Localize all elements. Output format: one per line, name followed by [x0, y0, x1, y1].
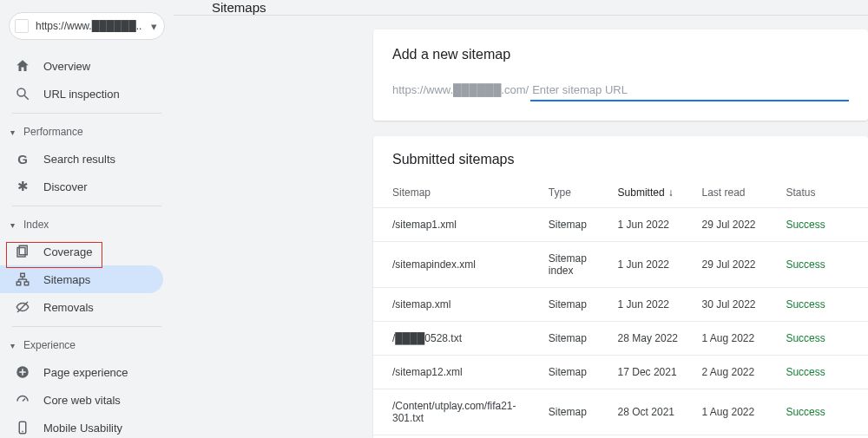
google-icon: G — [14, 152, 31, 167]
sidebar-item-mobile-usability[interactable]: Mobile Usability — [0, 414, 174, 438]
home-icon — [14, 58, 31, 74]
chevron-down-icon: ▾ — [10, 341, 15, 350]
sidebar-item-removals[interactable]: Removals — [0, 293, 174, 321]
sidebar-item-overview[interactable]: Overview — [0, 52, 174, 80]
table-row[interactable]: /████0528.txtSitemap28 May 20221 Aug 202… — [373, 322, 868, 356]
cell-sitemap: /████0528.txt — [373, 322, 542, 356]
sidebar-item-search-results[interactable]: G Search results — [0, 145, 174, 173]
cell-type: Sitemap — [542, 208, 611, 242]
sidebar-item-url-inspection[interactable]: URL inspection — [0, 80, 174, 108]
search-icon — [14, 86, 31, 101]
sidebar-item-label: Page experience — [43, 366, 128, 379]
sitemap-url-input[interactable] — [530, 82, 849, 101]
sidebar-item-core-web-vitals[interactable]: Core web vitals — [0, 386, 174, 414]
section-label: Index — [23, 219, 49, 231]
divider — [12, 206, 161, 206]
section-experience[interactable]: ▾ Experience — [0, 332, 174, 358]
site-picker-label: https://www.██████.. — [36, 20, 151, 32]
cell-status: Success — [779, 208, 868, 242]
svg-rect-14 — [19, 371, 26, 373]
table-row[interactable]: /sitemap1.xmlSitemap1 Jun 202229 Jul 202… — [373, 208, 868, 242]
add-sitemap-card: Add a new sitemap https://www.██████.com… — [373, 29, 868, 121]
main-content: Sitemaps Add a new sitemap https://www.█… — [174, 0, 868, 438]
table-row[interactable]: /sitemap12.xmlSitemap17 Dec 20212 Aug 20… — [373, 356, 868, 389]
sidebar-item-label: Removals — [43, 301, 94, 314]
cell-sitemap: /sitemap12.xml — [373, 356, 542, 389]
cell-type: Sitemap — [542, 435, 611, 439]
sidebar-item-coverage[interactable]: Coverage — [0, 238, 174, 265]
page-title: Sitemaps — [212, 0, 266, 15]
col-sitemap[interactable]: Sitemap — [373, 178, 542, 208]
cell-submitted: 23 Oct 2021 — [611, 435, 695, 439]
cell-sitemap: /sitemap1.xml — [373, 208, 542, 242]
asterisk-icon: ✱ — [14, 179, 31, 194]
table-row[interactable]: /sitemapindex.xmlSitemap index1 Jun 2022… — [373, 242, 868, 288]
cell-sitemap: /sitemap.xml — [373, 288, 542, 322]
card-title: Add a new sitemap — [392, 47, 849, 62]
sidebar-item-label: Sitemaps — [43, 273, 90, 286]
sort-down-icon: ↓ — [668, 186, 674, 199]
sidebar-item-label: Coverage — [43, 245, 92, 258]
sidebar-item-label: Core web vitals — [43, 394, 121, 407]
sitemaps-table: Sitemap Type Submitted↓ Last read Status… — [373, 178, 868, 438]
cell-submitted: 17 Dec 2021 — [611, 356, 695, 389]
col-type[interactable]: Type — [542, 178, 611, 208]
sidebar-item-discover[interactable]: ✱ Discover — [0, 173, 174, 200]
section-label: Experience — [23, 339, 76, 351]
cell-submitted: 1 Jun 2022 — [611, 288, 695, 322]
sidebar: https://www.██████.. ▾ Overview URL insp… — [0, 0, 174, 438]
table-row[interactable]: /sitemap.xmlSitemap1 Jun 202230 Jul 2022… — [373, 288, 868, 322]
cell-last-read: 1 Aug 2022 — [694, 389, 779, 435]
cell-sitemap: /sitemapindex.xml — [373, 242, 542, 288]
plus-circle-icon — [14, 364, 31, 380]
cell-status: Success — [779, 389, 868, 435]
cell-submitted: 1 Jun 2022 — [611, 208, 695, 242]
chevron-down-icon: ▾ — [151, 20, 157, 33]
cell-type: Sitemap index — [542, 242, 611, 288]
url-prefix: https://www.██████.com/ — [392, 83, 529, 96]
section-index[interactable]: ▾ Index — [0, 212, 174, 238]
cell-submitted: 1 Jun 2022 — [611, 242, 695, 288]
cell-last-read: 1 Aug 2022 — [694, 322, 779, 356]
cell-last-read: 2 Aug 2022 — [694, 356, 779, 389]
table-row[interactable]: /Content/utplay.com/fifa21-301.txtSitema… — [373, 389, 868, 435]
divider — [12, 113, 161, 114]
cell-type: Sitemap — [542, 288, 611, 322]
cell-type: Sitemap — [542, 389, 611, 435]
mobile-icon — [14, 420, 31, 435]
chevron-down-icon: ▾ — [10, 220, 15, 230]
section-performance[interactable]: ▾ Performance — [0, 119, 174, 145]
svg-rect-5 — [16, 282, 21, 285]
sidebar-item-label: URL inspection — [43, 88, 120, 101]
sidebar-item-page-experience[interactable]: Page experience — [0, 358, 174, 386]
cell-last-read: 29 Jul 2022 — [694, 208, 779, 242]
cell-submitted: 28 Oct 2021 — [611, 389, 695, 435]
submitted-sitemaps-card: Submitted sitemaps Sitemap Type Submitte… — [373, 136, 868, 438]
svg-point-0 — [17, 88, 25, 96]
sidebar-item-label: Search results — [43, 153, 115, 166]
cell-status: Success — [779, 356, 868, 389]
sidebar-item-sitemaps[interactable]: Sitemaps — [0, 265, 163, 293]
col-status[interactable]: Status — [779, 178, 868, 208]
cell-type: Sitemap — [542, 322, 611, 356]
sitemap-icon — [14, 271, 31, 287]
cell-status: Success — [779, 435, 868, 439]
speed-icon — [14, 392, 31, 408]
table-row[interactable]: /sitemap10.xmlSitemap23 Oct 20216 Aug 20… — [373, 435, 868, 439]
svg-rect-6 — [24, 282, 29, 285]
sidebar-item-label: Mobile Usability — [43, 422, 122, 435]
cell-last-read: 30 Jul 2022 — [694, 288, 779, 322]
cell-status: Success — [779, 322, 868, 356]
cell-submitted: 28 May 2022 — [611, 322, 695, 356]
svg-line-1 — [24, 95, 29, 100]
cell-status: Success — [779, 242, 868, 288]
col-last-read[interactable]: Last read — [694, 178, 779, 208]
cell-type: Sitemap — [542, 356, 611, 389]
site-picker[interactable]: https://www.██████.. ▾ — [9, 12, 165, 40]
col-submitted[interactable]: Submitted↓ — [611, 178, 695, 208]
cell-sitemap: /Content/utplay.com/fifa21-301.txt — [373, 389, 542, 435]
chevron-down-icon: ▾ — [10, 127, 15, 137]
section-label: Performance — [23, 126, 83, 138]
cell-last-read: 29 Jul 2022 — [694, 242, 779, 288]
pages-icon — [14, 244, 31, 259]
